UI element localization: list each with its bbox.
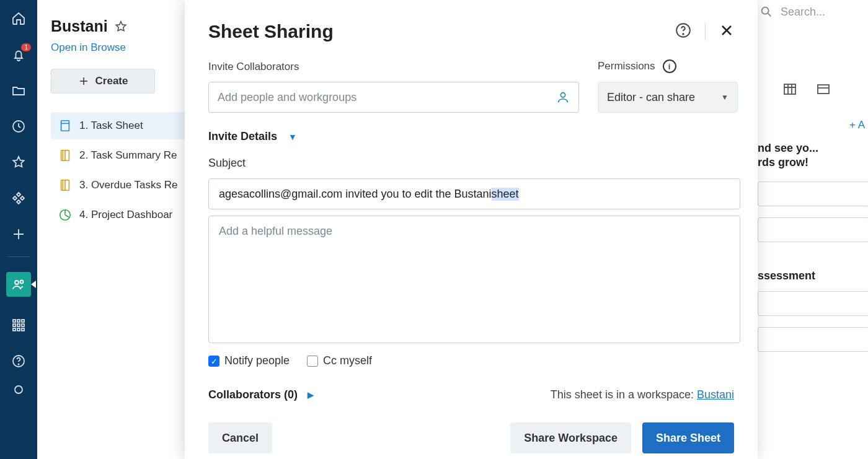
workspace-title: Bustani <box>51 17 108 35</box>
help-icon[interactable] <box>11 354 26 369</box>
search-icon <box>760 5 773 19</box>
info-icon[interactable]: i <box>663 59 676 73</box>
sheet-list: 1. Task Sheet 2. Task Summary Re 3. Over… <box>51 112 198 229</box>
triangle-right-icon: ▶ <box>308 390 314 400</box>
cc-myself-checkbox[interactable]: Cc myself <box>307 354 372 367</box>
checkbox-checked-icon: ✓ <box>208 356 219 367</box>
svg-rect-20 <box>784 84 795 94</box>
subject-text-prefix: agesacollins@gmail.com invited you to ed… <box>219 188 492 201</box>
list-view-icon[interactable] <box>816 82 831 99</box>
people-input[interactable]: Add people and workgroups <box>208 82 579 113</box>
bg-field[interactable] <box>758 217 868 242</box>
collaborators-toggle[interactable]: Collaborators (0) ▶ <box>208 388 314 401</box>
sheet-item-task-summary[interactable]: 2. Task Summary Re <box>51 142 198 169</box>
subject-input[interactable]: agesacollins@gmail.com invited you to ed… <box>208 178 740 209</box>
triangle-down-icon: ▼ <box>288 132 297 142</box>
permissions-select[interactable]: Editor - can share ▼ <box>598 82 738 113</box>
view-switcher <box>782 82 831 99</box>
notify-people-checkbox[interactable]: ✓Notify people <box>208 354 290 367</box>
open-in-browse-link[interactable]: Open in Browse <box>51 42 126 54</box>
svg-point-13 <box>18 364 19 364</box>
close-icon[interactable] <box>719 23 734 40</box>
share-sheet-button[interactable]: Share Sheet <box>642 422 734 453</box>
favorites-icon[interactable] <box>11 155 26 170</box>
svg-rect-21 <box>818 85 829 94</box>
svg-point-2 <box>20 281 24 284</box>
modal-title: Sheet Sharing <box>208 21 334 42</box>
invite-details-label: Invite Details <box>208 130 277 143</box>
sheet-item-overdue[interactable]: 3. Overdue Tasks Re <box>51 172 198 199</box>
bg-field[interactable] <box>758 181 868 206</box>
collaborators-label: Collaborators (0) <box>208 388 298 401</box>
sheet-item-task-sheet[interactable]: 1. Task Sheet <box>51 112 198 139</box>
svg-rect-3 <box>13 320 16 322</box>
subject-label: Subject <box>208 157 734 170</box>
sheet-item-label: 3. Overdue Tasks Re <box>79 179 177 191</box>
sheet-item-label: 1. Task Sheet <box>79 120 143 132</box>
search-bar[interactable]: Search... <box>760 5 825 19</box>
workspace-link[interactable]: Bustani <box>697 388 734 401</box>
bg-field[interactable] <box>758 327 868 352</box>
svg-rect-5 <box>22 320 24 322</box>
chevron-down-icon: ▼ <box>721 93 728 102</box>
svg-rect-15 <box>61 121 69 131</box>
svg-rect-6 <box>13 324 16 326</box>
invite-details-toggle[interactable]: Invite Details ▼ <box>208 130 734 143</box>
invite-collaborators-label: Invite Collaborators <box>208 61 579 73</box>
permissions-label: Permissions <box>598 60 655 72</box>
search-placeholder: Search... <box>781 6 825 19</box>
add-link[interactable]: + A <box>849 119 865 131</box>
share-workspace-button[interactable]: Share Workspace <box>510 422 631 453</box>
svg-rect-10 <box>17 328 20 331</box>
modal-help-icon[interactable] <box>675 22 691 41</box>
notification-badge: 1 <box>21 43 31 51</box>
message-textarea[interactable]: Add a helpful message <box>208 216 740 343</box>
modal-head-divider <box>705 23 706 40</box>
permissions-value: Editor - can share <box>607 91 695 104</box>
notify-label: Notify people <box>224 354 290 367</box>
sheet-item-dashboard[interactable]: 4. Project Dashboar <box>51 201 198 229</box>
account-icon[interactable] <box>11 382 26 397</box>
people-icon[interactable] <box>6 272 31 297</box>
svg-point-24 <box>560 93 565 97</box>
svg-rect-11 <box>22 328 24 331</box>
sheet-sharing-modal: Sheet Sharing Invite Collaborators Add p… <box>185 0 758 459</box>
report-icon <box>58 149 72 162</box>
sheet-item-label: 2. Task Summary Re <box>79 149 177 162</box>
create-button[interactable]: Create <box>51 69 155 94</box>
subject-text-selected: sheet <box>492 188 519 201</box>
checkbox-unchecked-icon <box>307 356 318 367</box>
people-placeholder: Add people and workgroups <box>218 91 356 104</box>
bg-text-line: rds grow! <box>758 155 868 170</box>
star-icon[interactable] <box>114 20 128 33</box>
folder-icon[interactable] <box>11 83 26 98</box>
bg-assessment-label: ssessment <box>758 269 868 282</box>
sheet-item-label: 4. Project Dashboar <box>79 209 172 221</box>
cancel-button[interactable]: Cancel <box>208 422 272 453</box>
bg-field[interactable] <box>758 291 868 316</box>
background-content: nd see yo... rds grow! ssessment <box>758 141 868 352</box>
recents-icon[interactable] <box>11 119 26 134</box>
sheet-icon <box>58 119 72 133</box>
workspace-text: This sheet is in a workspace: <box>551 388 697 401</box>
svg-rect-8 <box>22 324 24 326</box>
svg-point-19 <box>762 7 769 14</box>
apps-icon[interactable] <box>11 318 26 333</box>
left-nav-rail: 1 <box>0 0 37 459</box>
cc-label: Cc myself <box>323 354 372 367</box>
message-placeholder: Add a helpful message <box>219 225 332 237</box>
home-icon[interactable] <box>11 11 26 26</box>
rail-divider <box>7 256 30 257</box>
notifications-icon[interactable]: 1 <box>11 47 26 62</box>
person-icon <box>556 90 570 104</box>
card-view-icon[interactable] <box>782 82 797 99</box>
report-icon <box>58 178 72 192</box>
dashboard-icon <box>58 208 72 222</box>
svg-rect-4 <box>17 320 20 322</box>
add-icon[interactable] <box>11 227 26 242</box>
svg-rect-9 <box>13 328 16 331</box>
create-button-label: Create <box>95 75 128 87</box>
workspace-panel: Bustani Open in Browse Create 1. Task Sh… <box>37 0 198 459</box>
svg-point-14 <box>15 386 22 393</box>
workspaces-icon[interactable] <box>11 191 26 206</box>
